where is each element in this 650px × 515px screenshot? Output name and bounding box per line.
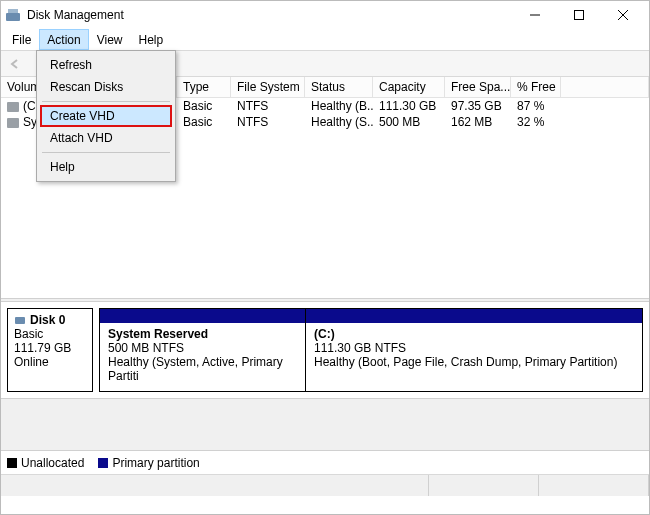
disk-map: Disk 0 Basic 111.79 GB Online System Res…	[1, 302, 649, 398]
col-capacity[interactable]: Capacity	[373, 77, 445, 97]
disk-size: 111.79 GB	[14, 341, 86, 355]
cell-freespace: 97.35 GB	[445, 98, 511, 114]
cell-volume: (C:)	[23, 99, 37, 113]
disk-type: Basic	[14, 327, 86, 341]
cell-type: Basic	[177, 114, 231, 130]
status-pane	[429, 475, 539, 496]
close-button[interactable]	[601, 1, 645, 29]
menu-bar: File Action View Help Refresh Rescan Dis…	[1, 29, 649, 51]
menu-rescan-disks[interactable]: Rescan Disks	[40, 76, 172, 98]
disk-state: Online	[14, 355, 86, 369]
legend-primary: Primary partition	[98, 456, 199, 470]
legend-primary-label: Primary partition	[112, 456, 199, 470]
menu-action[interactable]: Action	[39, 29, 88, 50]
menu-help-item[interactable]: Help	[40, 156, 172, 178]
cell-capacity: 111.30 GB	[373, 98, 445, 114]
menu-file[interactable]: File	[4, 29, 39, 50]
partition-bar	[100, 309, 305, 323]
status-pane	[539, 475, 649, 496]
cell-pctfree: 32 %	[511, 114, 561, 130]
partition-line2: Healthy (Boot, Page File, Crash Dump, Pr…	[314, 355, 634, 369]
status-pane	[1, 475, 429, 496]
drive-icon	[7, 102, 19, 112]
minimize-button[interactable]	[513, 1, 557, 29]
maximize-button[interactable]	[557, 1, 601, 29]
cell-capacity: 500 MB	[373, 114, 445, 130]
menu-view[interactable]: View	[89, 29, 131, 50]
back-button[interactable]	[5, 54, 25, 74]
swatch-unallocated	[7, 458, 17, 468]
title-bar: Disk Management	[1, 1, 649, 29]
partition-title: (C:)	[314, 327, 634, 341]
partition-bar	[306, 309, 642, 323]
empty-area	[1, 398, 649, 450]
menu-help[interactable]: Help	[131, 29, 172, 50]
svg-rect-1	[8, 9, 18, 13]
cell-volume: System Reserved	[23, 115, 37, 129]
legend-unallocated-label: Unallocated	[21, 456, 84, 470]
col-filesystem[interactable]: File System	[231, 77, 305, 97]
menu-attach-vhd[interactable]: Attach VHD	[40, 127, 172, 149]
col-status[interactable]: Status	[305, 77, 373, 97]
partition-title: System Reserved	[108, 327, 297, 341]
partition-system-reserved[interactable]: System Reserved 500 MB NTFS Healthy (Sys…	[100, 309, 306, 391]
partition-c[interactable]: (C:) 111.30 GB NTFS Healthy (Boot, Page …	[306, 309, 642, 391]
col-volume[interactable]: Volume	[1, 77, 37, 97]
drive-icon	[7, 118, 19, 128]
menu-refresh[interactable]: Refresh	[40, 54, 172, 76]
col-spacer	[561, 77, 649, 97]
action-menu-dropdown: Refresh Rescan Disks Create VHD Attach V…	[36, 50, 176, 182]
partition-line1: 500 MB NTFS	[108, 341, 297, 355]
disk-info[interactable]: Disk 0 Basic 111.79 GB Online	[7, 308, 93, 392]
cell-status: Healthy (B...	[305, 98, 373, 114]
svg-rect-9	[15, 317, 25, 324]
cell-fs: NTFS	[231, 98, 305, 114]
legend-unallocated: Unallocated	[7, 456, 84, 470]
disk-label: Disk 0	[30, 313, 65, 327]
menu-separator	[42, 101, 170, 102]
window-buttons	[513, 1, 645, 29]
menu-separator	[42, 152, 170, 153]
partition-line1: 111.30 GB NTFS	[314, 341, 634, 355]
cell-status: Healthy (S...	[305, 114, 373, 130]
col-type[interactable]: Type	[177, 77, 231, 97]
col-pctfree[interactable]: % Free	[511, 77, 561, 97]
window-title: Disk Management	[27, 8, 513, 22]
legend: Unallocated Primary partition	[1, 450, 649, 474]
cell-fs: NTFS	[231, 114, 305, 130]
status-bar	[1, 474, 649, 496]
partition-line2: Healthy (System, Active, Primary Partiti	[108, 355, 297, 383]
cell-freespace: 162 MB	[445, 114, 511, 130]
cell-type: Basic	[177, 98, 231, 114]
disk-icon	[14, 314, 26, 326]
svg-rect-3	[575, 11, 584, 20]
swatch-primary	[98, 458, 108, 468]
menu-create-vhd[interactable]: Create VHD	[40, 105, 172, 127]
partitions: System Reserved 500 MB NTFS Healthy (Sys…	[99, 308, 643, 392]
svg-rect-0	[6, 13, 20, 21]
col-freespace[interactable]: Free Spa...	[445, 77, 511, 97]
cell-pctfree: 87 %	[511, 98, 561, 114]
app-icon	[5, 7, 21, 23]
